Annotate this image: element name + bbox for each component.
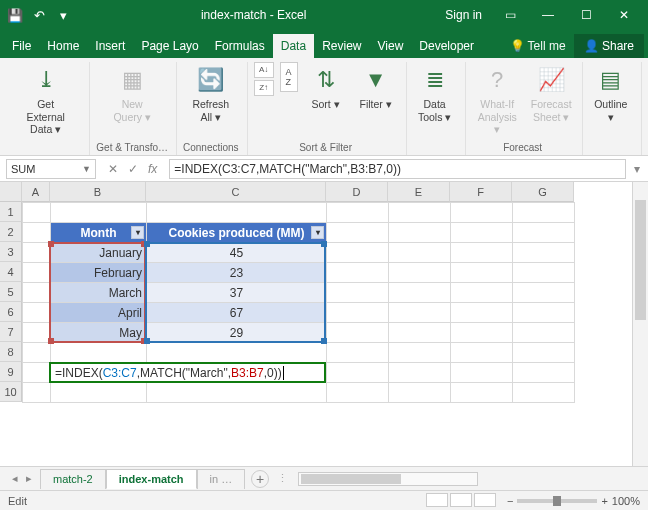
row-header-10[interactable]: 10 <box>0 382 22 402</box>
share-button[interactable]: 👤 Share <box>574 34 644 58</box>
row-header-1[interactable]: 1 <box>0 202 22 222</box>
minimize-icon[interactable]: — <box>530 2 566 28</box>
cell-C7[interactable]: 29 <box>147 323 327 343</box>
cell-G7[interactable] <box>513 323 575 343</box>
sort-button[interactable]: ⇅Sort ▾ <box>304 62 348 113</box>
cell-A3[interactable] <box>23 243 51 263</box>
tab-developer[interactable]: Developer <box>411 34 482 58</box>
cell-G3[interactable] <box>513 243 575 263</box>
cell-D8[interactable] <box>327 343 389 363</box>
add-sheet-button[interactable]: + <box>251 470 269 488</box>
expand-formula-icon[interactable]: ▾ <box>632 162 642 176</box>
cell-E7[interactable] <box>389 323 451 343</box>
cell-B6[interactable]: April <box>51 303 147 323</box>
cancel-formula-icon[interactable]: ✕ <box>108 162 118 176</box>
tab-page-layo[interactable]: Page Layo <box>133 34 206 58</box>
cell-F6[interactable] <box>451 303 513 323</box>
sheet-nav-first-icon[interactable]: ◂ <box>12 472 18 485</box>
cell-B9[interactable]: =INDEX(C3:C7,MATCH("March",B3:B7,0)) <box>51 363 327 383</box>
cell-E1[interactable] <box>389 203 451 223</box>
tab-home[interactable]: Home <box>39 34 87 58</box>
close-icon[interactable]: ✕ <box>606 2 642 28</box>
cell-G2[interactable] <box>513 223 575 243</box>
cell-E9[interactable] <box>389 363 451 383</box>
cell-C10[interactable] <box>147 383 327 403</box>
formula-bar[interactable]: =INDEX(C3:C7,MATCH("March",B3:B7,0)) <box>169 159 626 179</box>
col-header-G[interactable]: G <box>512 182 574 202</box>
cell-D7[interactable] <box>327 323 389 343</box>
zoom-control[interactable]: − + 100% <box>507 495 640 507</box>
cell-C8[interactable] <box>147 343 327 363</box>
filter-button[interactable]: ▼Filter ▾ <box>354 62 398 113</box>
tab-file[interactable]: File <box>4 34 39 58</box>
cell-D10[interactable] <box>327 383 389 403</box>
vertical-scrollbar[interactable] <box>632 182 648 466</box>
cell-G9[interactable] <box>513 363 575 383</box>
row-header-6[interactable]: 6 <box>0 302 22 322</box>
cell-G8[interactable] <box>513 343 575 363</box>
horizontal-scrollbar[interactable] <box>298 472 478 486</box>
enter-formula-icon[interactable]: ✓ <box>128 162 138 176</box>
cell-B7[interactable]: May <box>51 323 147 343</box>
cell-F1[interactable] <box>451 203 513 223</box>
zoom-out-icon[interactable]: − <box>507 495 513 507</box>
cell-F4[interactable] <box>451 263 513 283</box>
cell-D3[interactable] <box>327 243 389 263</box>
forecast-sheet-button[interactable]: 📈ForecastSheet ▾ <box>529 62 574 125</box>
sheet-nav-last-icon[interactable]: ▸ <box>26 472 32 485</box>
cell-B5[interactable]: March <box>51 283 147 303</box>
save-icon[interactable]: 💾 <box>6 6 24 24</box>
cell-B8[interactable] <box>51 343 147 363</box>
row-header-5[interactable]: 5 <box>0 282 22 302</box>
cell-F9[interactable] <box>451 363 513 383</box>
get-external-data-button[interactable]: ⤓GetExternal Data ▾ <box>10 62 81 138</box>
cell-G6[interactable] <box>513 303 575 323</box>
cell-E8[interactable] <box>389 343 451 363</box>
tell-me[interactable]: 💡 Tell me <box>502 34 574 58</box>
cell-B2[interactable]: Month▾ <box>51 223 147 243</box>
col-header-B[interactable]: B <box>50 182 146 202</box>
worksheet-grid[interactable]: ABCDEFG 12345678910 Month▾Cookies produc… <box>0 182 648 466</box>
col-header-D[interactable]: D <box>326 182 388 202</box>
col-header-F[interactable]: F <box>450 182 512 202</box>
cell-G4[interactable] <box>513 263 575 283</box>
data-tools-button[interactable]: ≣DataTools ▾ <box>413 62 457 125</box>
outline-button[interactable]: ▤Outline ▾ <box>589 62 633 125</box>
cell-F7[interactable] <box>451 323 513 343</box>
cell-F2[interactable] <box>451 223 513 243</box>
row-header-7[interactable]: 7 <box>0 322 22 342</box>
name-box[interactable]: SUM ▼ <box>6 159 96 179</box>
new-query-button[interactable]: ▦NewQuery ▾ <box>109 62 155 125</box>
cell-A9[interactable] <box>23 363 51 383</box>
chevron-down-icon[interactable]: ▼ <box>82 164 91 174</box>
ribbon-options-icon[interactable]: ▭ <box>492 2 528 28</box>
cell-C5[interactable]: 37 <box>147 283 327 303</box>
cell-B1[interactable] <box>51 203 147 223</box>
zoom-in-icon[interactable]: + <box>601 495 607 507</box>
what-if-analysis-button[interactable]: ?What-IfAnalysis ▾ <box>472 62 523 138</box>
fx-icon[interactable]: fx <box>148 162 157 176</box>
cell-A5[interactable] <box>23 283 51 303</box>
tab-view[interactable]: View <box>370 34 412 58</box>
tab-insert[interactable]: Insert <box>87 34 133 58</box>
cell-E6[interactable] <box>389 303 451 323</box>
maximize-icon[interactable]: ☐ <box>568 2 604 28</box>
tab-review[interactable]: Review <box>314 34 369 58</box>
cell-E5[interactable] <box>389 283 451 303</box>
sheet-tab-match-2[interactable]: match-2 <box>40 469 106 489</box>
cell-G10[interactable] <box>513 383 575 403</box>
cell-A6[interactable] <box>23 303 51 323</box>
cell-A4[interactable] <box>23 263 51 283</box>
redo-icon[interactable]: ▾ <box>54 6 72 24</box>
cell-D9[interactable] <box>327 363 389 383</box>
cell-F3[interactable] <box>451 243 513 263</box>
view-buttons[interactable] <box>425 493 497 509</box>
col-header-E[interactable]: E <box>388 182 450 202</box>
cell-D2[interactable] <box>327 223 389 243</box>
row-header-2[interactable]: 2 <box>0 222 22 242</box>
tab-formulas[interactable]: Formulas <box>207 34 273 58</box>
cell-D1[interactable] <box>327 203 389 223</box>
cell-F10[interactable] <box>451 383 513 403</box>
cell-B3[interactable]: January <box>51 243 147 263</box>
cell-B4[interactable]: February <box>51 263 147 283</box>
